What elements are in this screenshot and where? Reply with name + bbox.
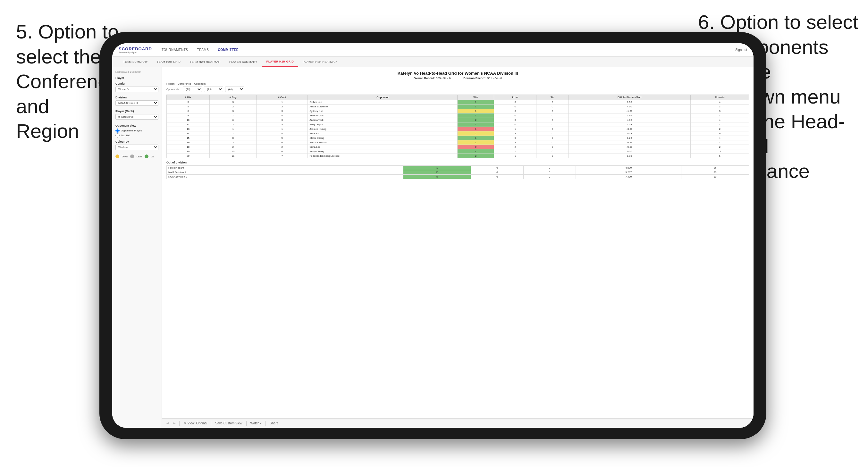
cell-reg: 10 — [210, 149, 256, 154]
opponent-filter: Opponent — [194, 82, 206, 85]
last-updated: Last Updated: 27/03/2024 — [116, 71, 158, 73]
cell-tie: 0 — [536, 131, 568, 136]
cell-conf: 5 — [256, 136, 308, 141]
tablet: SCOREBOARD Powered by clippd TOURNAMENTS… — [99, 32, 766, 439]
dot-up — [145, 155, 149, 158]
out-cell-loss: 0 — [471, 175, 524, 179]
cell-loss: 1 — [494, 154, 536, 158]
cell-diff: 0.30 — [568, 149, 691, 154]
cell-rounds: 3 — [691, 109, 749, 114]
undo-btn[interactable]: ↩ — [166, 422, 169, 425]
cell-loss: 0 — [494, 114, 536, 118]
tablet-screen: SCOREBOARD Powered by clippd TOURNAMENTS… — [112, 43, 753, 428]
division-select[interactable]: NCAA Division III — [116, 100, 158, 106]
col-reg: # Reg — [210, 95, 256, 100]
dot-level — [130, 155, 134, 158]
cell-loss: 2 — [494, 131, 536, 136]
main-table: # Div # Reg # Conf Opponent Win Loss Tie… — [166, 95, 749, 158]
cell-div: 15 — [167, 136, 210, 141]
cell-tie: 0 — [536, 104, 568, 109]
cell-loss: 0 — [494, 104, 536, 109]
cell-tie: 0 — [536, 109, 568, 114]
nav-committee[interactable]: COMMITTEE — [218, 47, 239, 53]
dot-down — [116, 155, 119, 158]
cell-loss: 2 — [494, 141, 536, 145]
cell-conf: 6 — [256, 141, 308, 145]
cell-reg: 3 — [210, 141, 256, 145]
nav-teams[interactable]: TEAMS — [197, 47, 209, 53]
cell-win: 4 — [458, 149, 494, 154]
cell-diff: 0.38 — [568, 131, 691, 136]
save-custom-btn[interactable]: Save Custom View — [215, 422, 242, 425]
watch-btn[interactable]: Watch ▾ — [250, 422, 262, 425]
redo-btn[interactable]: ↪ — [173, 422, 176, 425]
top-100-option[interactable]: Top 100 — [116, 133, 158, 137]
filter-row: Region Conference Opponent — [166, 82, 749, 85]
col-loss: Loss — [494, 95, 536, 100]
out-cell-diff: 7.400 — [576, 175, 681, 179]
cell-rounds: 2 — [691, 127, 749, 131]
cell-loss: 1 — [494, 127, 536, 131]
out-cell-diff: 4.500 — [576, 166, 681, 170]
cell-reg: 8 — [210, 136, 256, 141]
cell-diff: 3.33 — [568, 122, 691, 127]
cell-conf: 2 — [256, 145, 308, 149]
out-of-division-title: Out of division — [166, 161, 749, 164]
sub-nav-team-h2h-grid[interactable]: TEAM H2H GRID — [152, 57, 185, 67]
sub-nav-team-summary[interactable]: TEAM SUMMARY — [119, 57, 152, 67]
colour-by-select[interactable]: Win/loss — [116, 145, 158, 150]
table-row: 9 1 4 Sharon Mun 1 0 0 3.67 3 — [167, 114, 749, 118]
opponent-select[interactable]: (All) — [225, 87, 244, 92]
cell-win: 1 — [458, 104, 494, 109]
cell-rounds: 2 — [691, 145, 749, 149]
cell-opponent: Jessica Mason — [308, 141, 458, 145]
sub-nav-player-summary[interactable]: PLAYER SUMMARY — [225, 57, 262, 67]
gender-select[interactable]: Women's — [116, 87, 158, 92]
table-row: 13 1 1 Jessica Huang 1 1 0 -3.00 2 — [167, 127, 749, 131]
cell-tie: 0 — [536, 114, 568, 118]
opponents-played-option[interactable]: Opponents Played — [116, 128, 158, 133]
cell-diff: 1.33 — [568, 154, 691, 158]
player-rank-select[interactable]: 8. Katelyn Vo — [116, 114, 158, 120]
cell-win: 1 — [458, 122, 494, 127]
cell-opponent: Eunice Yi — [308, 131, 458, 136]
nav-tournaments[interactable]: TOURNAMENTS — [162, 47, 188, 53]
cell-reg: 1 — [210, 114, 256, 118]
out-cell-name: NAIA Division 1 — [167, 170, 403, 175]
cell-loss: 0 — [494, 118, 536, 122]
cell-conf: 6 — [256, 149, 308, 154]
cell-opponent: Sharon Mun — [308, 114, 458, 118]
out-cell-tie: 0 — [523, 166, 576, 170]
cell-opponent: Euna Lee — [308, 145, 458, 149]
opponent-view-label: Opponent view — [116, 124, 158, 127]
out-cell-win: 1 — [403, 166, 471, 170]
cell-diff: -5.00 — [568, 145, 691, 149]
cell-diff: -3.00 — [568, 127, 691, 131]
share-btn[interactable]: Share — [270, 422, 278, 425]
view-original-btn[interactable]: 👁 View: Original — [183, 422, 207, 425]
sub-nav-player-h2h-heatmap[interactable]: PLAYER H2H HEATMAP — [298, 57, 341, 67]
overall-record: Overall Record: 353 - 34 - 6 — [414, 76, 451, 80]
col-rounds: Rounds — [691, 95, 749, 100]
cell-tie: 0 — [536, 154, 568, 158]
table-row: 6 3 3 Sydney Kuo 1 0 0 -1.00 3 — [167, 109, 749, 114]
cell-tie: 0 — [536, 122, 568, 127]
table-row: 18 2 2 Euna Lee 0 2 0 -5.00 2 — [167, 145, 749, 149]
sub-nav-player-h2h-grid[interactable]: PLAYER H2H GRID — [262, 57, 298, 67]
cell-div: 9 — [167, 114, 210, 118]
cell-tie: 0 — [536, 141, 568, 145]
toolbar-divider-2 — [211, 421, 211, 426]
cell-div: 3 — [167, 100, 210, 104]
cell-tie: 0 — [536, 100, 568, 104]
cell-tie: 0 — [536, 145, 568, 149]
out-cell-tie: 0 — [523, 170, 576, 175]
sign-out-link[interactable]: Sign out — [735, 48, 747, 52]
sub-nav-team-h2h-heatmap[interactable]: TEAM H2H HEATMAP — [185, 57, 225, 67]
cell-conf: 1 — [256, 127, 308, 131]
filter-dropdowns-row: Opponents: (All) (All) (All) — [166, 87, 749, 92]
cell-rounds: 7 — [691, 141, 749, 145]
region-select[interactable]: (All) — [183, 87, 202, 92]
conference-select[interactable]: (All) — [204, 87, 223, 92]
sidebar-player-label: Player — [116, 76, 158, 80]
table-row: 16 3 6 Jessica Mason 1 2 0 -0.94 7 — [167, 141, 749, 145]
